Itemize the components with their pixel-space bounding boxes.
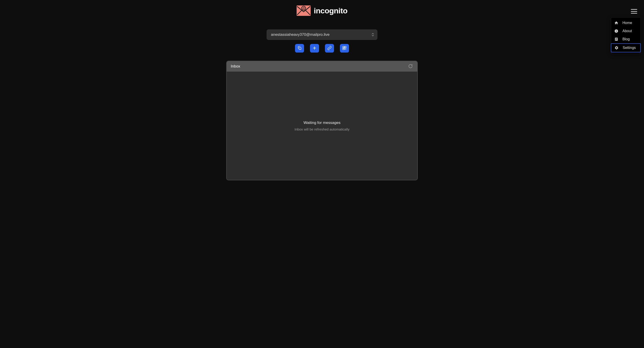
svg-rect-4 [616,31,616,32]
menu-item-blog[interactable]: Blog [611,35,640,43]
article-icon [614,37,618,41]
svg-rect-5 [616,30,616,31]
svg-rect-15 [345,47,346,47]
waiting-subtitle: Inbox will be refreshed automatically [294,127,350,131]
svg-rect-17 [345,48,345,49]
inbox-body: Waiting for messages Inbox will be refre… [227,72,417,180]
svg-rect-8 [616,39,617,39]
svg-rect-16 [343,49,344,49]
menu-item-label: Settings [623,46,636,50]
link-icon [327,46,332,51]
brand-name: incognito [314,6,348,15]
inbox-header: Inbox [227,61,417,72]
svg-rect-19 [345,49,345,50]
menu-item-label: About [622,29,632,33]
svg-rect-14 [343,47,344,47]
inbox-panel: Inbox Waiting for messages Inbox will be… [226,61,418,180]
svg-rect-20 [346,49,346,50]
menu-item-label: Blog [622,37,630,41]
plus-icon [312,46,317,51]
gear-icon [614,46,618,50]
menu-item-home[interactable]: Home [611,19,640,27]
svg-rect-10 [299,47,301,49]
menu-item-label: Home [622,21,632,25]
home-icon [614,21,618,25]
info-icon [614,29,618,33]
svg-rect-7 [616,38,617,39]
copy-button[interactable] [295,44,304,53]
svg-text:@: @ [302,6,305,10]
copy-icon [297,46,302,51]
add-button[interactable] [310,44,319,53]
hamburger-menu-button[interactable] [631,9,637,13]
menu-item-about[interactable]: About [611,27,640,35]
qr-icon [342,46,347,51]
email-selector[interactable]: anestassiaheavy370@mailpro.live [267,29,377,40]
link-button[interactable] [325,44,334,53]
svg-rect-9 [616,40,616,40]
menu-item-settings[interactable]: Settings [611,43,641,52]
select-arrows-icon [372,33,374,36]
refresh-button[interactable] [408,64,413,69]
logo-icon: @ [296,5,311,16]
svg-rect-18 [346,48,346,49]
waiting-title: Waiting for messages [304,121,340,125]
selected-email: anestassiaheavy370@mailpro.live [271,32,330,37]
action-bar [295,44,349,53]
inbox-title: Inbox [231,64,240,69]
main-menu: Home About Blog Settings [611,17,641,54]
qr-button[interactable] [340,44,349,53]
header: @ incognito [296,0,348,20]
